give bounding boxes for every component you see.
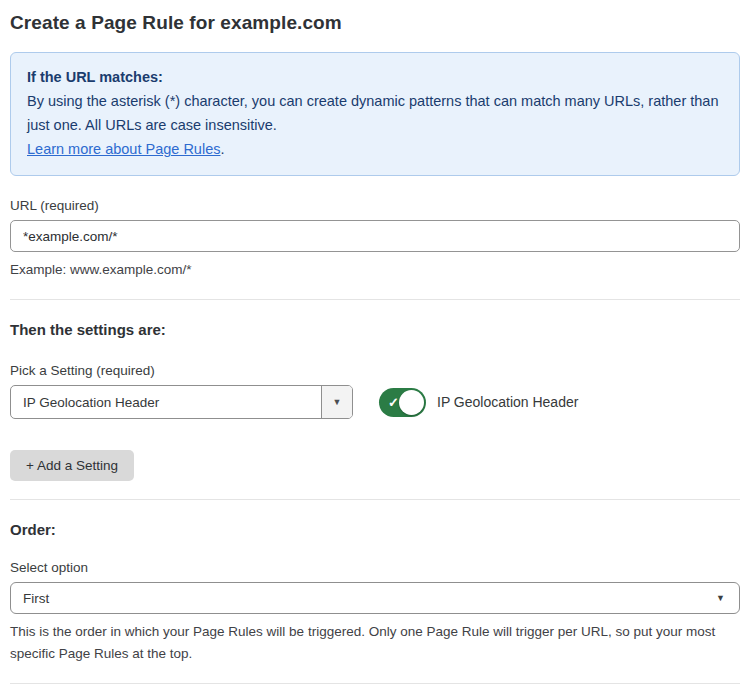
toggle-knob — [399, 390, 424, 415]
url-match-info-box: If the URL matches: By using the asteris… — [10, 52, 740, 176]
settings-section-heading: Then the settings are: — [10, 321, 740, 338]
order-section-heading: Order: — [10, 521, 740, 538]
url-field-label: URL (required) — [10, 198, 740, 213]
page-title: Create a Page Rule for example.com — [10, 12, 740, 34]
info-box-heading: If the URL matches: — [27, 65, 723, 89]
setting-dropdown-button[interactable]: ▼ — [321, 386, 352, 418]
setting-row: IP Geolocation Header ▼ ✓ IP Geolocation… — [10, 385, 740, 419]
page-rule-form: Create a Page Rule for example.com If th… — [0, 0, 750, 687]
url-input[interactable] — [10, 220, 740, 252]
pick-setting-label: Pick a Setting (required) — [10, 363, 740, 378]
setting-dropdown-value: IP Geolocation Header — [11, 386, 321, 418]
divider — [10, 683, 740, 684]
add-setting-button[interactable]: + Add a Setting — [10, 450, 134, 481]
ip-geolocation-toggle[interactable]: ✓ — [379, 388, 426, 417]
order-select-value: First — [23, 591, 49, 606]
divider — [10, 299, 740, 300]
info-box-link-line: Learn more about Page Rules. — [27, 137, 723, 161]
learn-more-link[interactable]: Learn more about Page Rules — [27, 141, 220, 157]
toggle-label: IP Geolocation Header — [437, 394, 578, 410]
chevron-down-icon: ▼ — [333, 397, 342, 407]
order-helper-text: This is the order in which your Page Rul… — [10, 621, 740, 665]
info-box-body: By using the asterisk (*) character, you… — [27, 89, 723, 137]
setting-dropdown[interactable]: IP Geolocation Header ▼ — [10, 385, 353, 419]
order-select[interactable]: First ▼ — [10, 582, 740, 614]
divider — [10, 499, 740, 500]
chevron-down-icon: ▼ — [716, 593, 725, 603]
link-suffix: . — [220, 141, 224, 157]
check-icon: ✓ — [388, 395, 399, 410]
order-select-label: Select option — [10, 560, 740, 575]
url-example-helper: Example: www.example.com/* — [10, 259, 740, 281]
